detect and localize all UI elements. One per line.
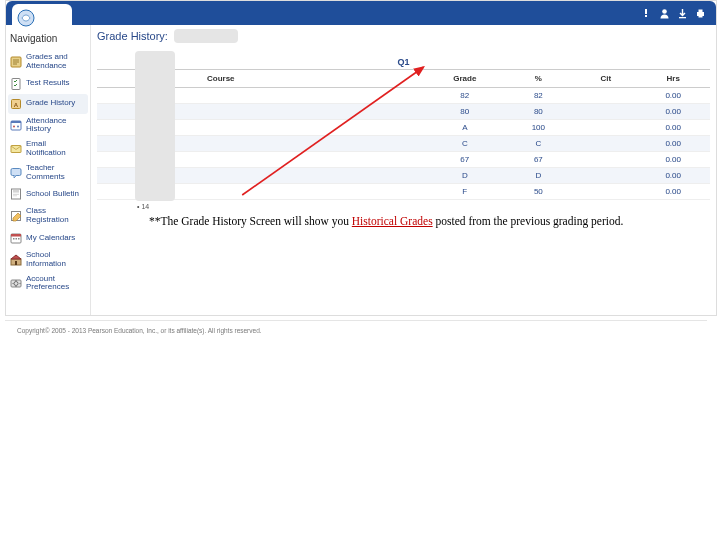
cell-grade[interactable]: C <box>428 136 502 152</box>
sidebar: Navigation Grades and Attendance Test Re… <box>6 25 91 315</box>
calendar-icon <box>9 231 23 245</box>
sidebar-item-calendar[interactable]: My Calendars <box>8 228 88 248</box>
svg-rect-19 <box>13 191 19 192</box>
svg-rect-16 <box>11 145 21 152</box>
main-content: Grade History: Q1 Course Grade % Cit Hrs… <box>91 25 716 315</box>
cell-grade[interactable]: 80 <box>428 104 502 120</box>
cell-grade[interactable]: 67 <box>428 152 502 168</box>
sidebar-item-label: Teacher Comments <box>26 164 87 182</box>
svg-rect-20 <box>13 193 19 194</box>
sidebar-item-label: Grades and Attendance <box>26 53 87 71</box>
alert-icon[interactable] <box>640 7 652 19</box>
table-row: 80800.00 <box>97 104 710 120</box>
table-row: CC0.00 <box>97 136 710 152</box>
svg-rect-6 <box>698 9 702 12</box>
svg-point-14 <box>13 126 15 128</box>
sidebar-item-label: School Bulletin <box>26 190 87 199</box>
table-row: F500.00 <box>97 184 710 200</box>
svg-text:A: A <box>14 101 19 107</box>
svg-rect-21 <box>13 194 19 195</box>
cell-cit <box>575 152 636 168</box>
cell-grade[interactable]: 82 <box>428 88 502 104</box>
cell-pct: 50 <box>502 184 576 200</box>
caption: **The Grade History Screen will show you… <box>97 212 710 235</box>
sidebar-item-prefs[interactable]: Account Preferences <box>8 272 88 296</box>
comments-icon <box>9 166 23 180</box>
sidebar-item-label: Attendance History <box>26 117 87 135</box>
svg-rect-27 <box>16 238 18 240</box>
prefs-icon <box>9 276 23 290</box>
grades-icon <box>9 55 23 69</box>
term-header: Q1 <box>97 57 710 70</box>
page-title: Grade History: <box>97 29 710 43</box>
cell-pct: D <box>502 168 576 184</box>
cell-pct: 80 <box>502 104 576 120</box>
sidebar-item-email[interactable]: Email Notification <box>8 137 88 161</box>
sidebar-item-label: My Calendars <box>26 234 87 243</box>
col-grade: Grade <box>428 70 502 88</box>
topbar <box>6 1 716 25</box>
cell-cit <box>575 168 636 184</box>
table-header-row: Course Grade % Cit Hrs <box>97 70 710 88</box>
classreg-icon <box>9 209 23 223</box>
cell-cit <box>575 104 636 120</box>
col-pct: % <box>502 70 576 88</box>
sidebar-item-history[interactable]: A Grade History <box>8 94 88 114</box>
sidebar-item-label: Email Notification <box>26 140 87 158</box>
svg-rect-9 <box>12 78 20 89</box>
tests-icon <box>9 77 23 91</box>
sidebar-item-bulletin[interactable]: School Bulletin <box>8 184 88 204</box>
sidebar-item-classreg[interactable]: Class Registration <box>8 204 88 228</box>
svg-rect-28 <box>18 238 20 240</box>
email-icon <box>9 142 23 156</box>
attendance-history-icon <box>9 118 23 132</box>
cell-hrs: 0.00 <box>636 104 710 120</box>
svg-rect-2 <box>645 15 647 17</box>
print-icon[interactable] <box>694 7 706 19</box>
table-row: DD0.00 <box>97 168 710 184</box>
table-row: A1000.00 <box>97 120 710 136</box>
download-icon[interactable] <box>676 7 688 19</box>
cell-grade[interactable]: A <box>428 120 502 136</box>
caption-suffix: posted from the previous grading period. <box>433 215 624 227</box>
sidebar-item-label: Test Results <box>26 79 87 88</box>
school-icon <box>9 253 23 267</box>
svg-point-15 <box>17 126 19 128</box>
sidebar-item-comments[interactable]: Teacher Comments <box>8 161 88 185</box>
sidebar-item-label: Grade History <box>26 99 87 108</box>
svg-rect-17 <box>11 168 21 175</box>
cell-hrs: 0.00 <box>636 184 710 200</box>
student-name-redacted <box>174 29 238 43</box>
svg-rect-26 <box>13 238 15 240</box>
logo <box>12 4 72 32</box>
col-cit: Cit <box>575 70 636 88</box>
cell-grade[interactable]: F <box>428 184 502 200</box>
svg-point-3 <box>662 9 667 14</box>
user-icon[interactable] <box>658 7 670 19</box>
svg-rect-1 <box>645 9 647 14</box>
cell-pct: 82 <box>502 88 576 104</box>
footnote-marker: • 14 <box>97 200 710 212</box>
cell-grade[interactable]: D <box>428 168 502 184</box>
svg-rect-25 <box>11 234 21 237</box>
cell-cit <box>575 136 636 152</box>
page-title-text: Grade History: <box>97 30 168 42</box>
cell-hrs: 0.00 <box>636 88 710 104</box>
svg-rect-30 <box>15 261 17 265</box>
svg-rect-4 <box>679 17 686 18</box>
sidebar-item-att-hist[interactable]: Attendance History <box>8 114 88 138</box>
sidebar-item-school[interactable]: School Information <box>8 248 88 272</box>
sidebar-item-grades[interactable]: Grades and Attendance <box>8 50 88 74</box>
col-hrs: Hrs <box>636 70 710 88</box>
table-row: 82820.00 <box>97 88 710 104</box>
sidebar-item-label: Account Preferences <box>26 275 87 293</box>
course-column-redacted <box>135 51 175 201</box>
cell-cit <box>575 88 636 104</box>
sidebar-item-tests[interactable]: Test Results <box>8 74 88 94</box>
bulletin-icon <box>9 187 23 201</box>
sidebar-item-label: School Information <box>26 251 87 269</box>
caption-highlight: Historical Grades <box>352 215 433 227</box>
grade-table: Course Grade % Cit Hrs 82820.0080800.00A… <box>97 70 710 200</box>
cell-pct: 100 <box>502 120 576 136</box>
cell-pct: C <box>502 136 576 152</box>
